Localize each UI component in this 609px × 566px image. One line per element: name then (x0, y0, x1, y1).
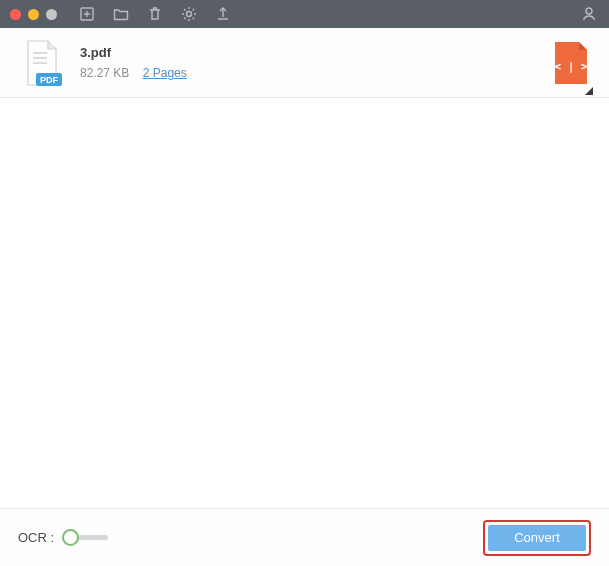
trash-icon[interactable] (147, 6, 163, 22)
convert-button-label: Convert (514, 530, 560, 545)
file-list-item[interactable]: PDF 3.pdf 82.27 KB 2 Pages < | > (0, 28, 609, 98)
content-area (0, 98, 609, 508)
footer: OCR : Convert (0, 508, 609, 566)
file-meta: 3.pdf 82.27 KB 2 Pages (80, 45, 591, 80)
pdf-file-icon: PDF (22, 39, 62, 87)
export-icon[interactable] (215, 6, 231, 22)
add-file-icon[interactable] (79, 6, 95, 22)
dropdown-corner-icon[interactable] (585, 81, 593, 89)
ocr-label: OCR : (18, 530, 54, 545)
svg-point-3 (187, 12, 192, 17)
close-window-button[interactable] (10, 9, 21, 20)
pages-link[interactable]: 2 Pages (143, 66, 187, 80)
output-format-icon[interactable]: < | > (553, 40, 589, 86)
svg-text:< | >: < | > (554, 60, 587, 73)
maximize-window-button[interactable] (46, 9, 57, 20)
titlebar (0, 0, 609, 28)
account-icon[interactable] (581, 6, 597, 22)
file-size: 82.27 KB (80, 66, 129, 80)
file-subline: 82.27 KB 2 Pages (80, 66, 591, 80)
ocr-toggle[interactable] (62, 529, 112, 547)
pdf-badge-text: PDF (40, 75, 59, 85)
convert-button[interactable]: Convert (488, 525, 586, 551)
svg-point-4 (586, 8, 592, 14)
toggle-knob (62, 529, 79, 546)
folder-icon[interactable] (113, 6, 129, 22)
file-name: 3.pdf (80, 45, 591, 60)
window-controls (10, 9, 57, 20)
toolbar (79, 6, 231, 22)
convert-highlight: Convert (483, 520, 591, 556)
minimize-window-button[interactable] (28, 9, 39, 20)
gear-icon[interactable] (181, 6, 197, 22)
